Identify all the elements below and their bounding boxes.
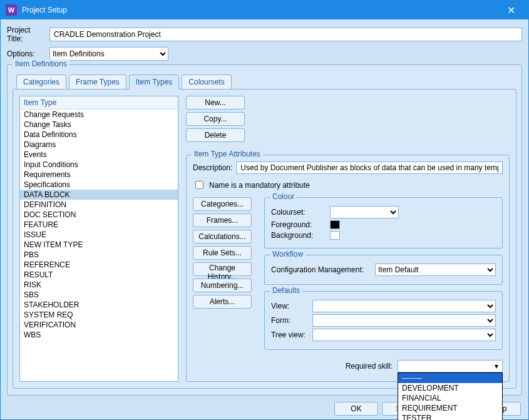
project-title-row: Project Title: [7, 26, 522, 43]
attribute-buttons-column: Categories... Frames... Calculations... … [193, 197, 252, 372]
config-mgmt-select[interactable]: Item Default [375, 264, 496, 276]
item-type-crud-buttons: New... Copy... Delete [186, 96, 245, 142]
attributes-legend: Item Type Attributes [192, 150, 263, 158]
frames-button[interactable]: Frames... [193, 213, 252, 227]
workflow-group: Workflow Configuration Management: Item … [264, 255, 503, 285]
dropdown-option[interactable]: FINANCIAL [398, 393, 502, 403]
delete-button[interactable]: Delete [186, 128, 245, 142]
list-item[interactable]: SBS [20, 290, 178, 300]
list-item[interactable]: Requirements [20, 170, 178, 180]
workflow-legend: Workflow [270, 250, 306, 259]
rule-sets-button[interactable]: Rule Sets... [193, 246, 252, 260]
list-item[interactable]: STAKEHOLDER [20, 300, 178, 310]
list-item[interactable]: Change Tasks [20, 120, 178, 130]
item-type-list[interactable]: Item Type Change RequestsChange TasksDat… [19, 96, 178, 382]
list-item[interactable]: SYSTEM REQ [20, 310, 178, 320]
required-skill-row: Required skill: ▾ --------DEVELOPMENTFIN… [264, 360, 503, 372]
list-item[interactable]: VERIFICATION [20, 320, 178, 330]
colour-legend: Colour [270, 192, 297, 201]
client-area: Project Title: Options: Item Definitions… [1, 19, 528, 419]
list-item[interactable]: WBS [20, 330, 178, 340]
numbering-button[interactable]: Numbering... [193, 279, 252, 292]
change-history-button[interactable]: Change History... [193, 262, 252, 276]
list-item[interactable]: Events [20, 150, 178, 160]
foreground-label: Foreground: [271, 220, 326, 229]
options-label: Options: [7, 49, 46, 58]
list-item[interactable]: RISK [20, 280, 178, 290]
app-icon: W [6, 4, 17, 16]
ok-button[interactable]: OK [334, 402, 378, 416]
default-view-select[interactable] [312, 300, 496, 312]
list-item[interactable]: Diagrams [20, 140, 178, 150]
defaults-legend: Defaults [270, 286, 302, 295]
colourset-select[interactable] [330, 206, 399, 218]
options-row: Options: Item Definitions [7, 47, 522, 61]
categories-button[interactable]: Categories... [193, 197, 252, 211]
default-view-label: View: [271, 302, 309, 310]
name-mandatory-row: Name is a mandatory attribute [193, 179, 503, 191]
list-item[interactable]: ISSUE [20, 230, 178, 240]
window-title: Project Setup [22, 6, 498, 14]
item-type-list-header: Item Type [20, 96, 178, 110]
dropdown-option[interactable]: REQUIREMENT [398, 403, 502, 413]
defaults-group: Defaults View: Form: [264, 291, 503, 350]
required-skill-dropdown[interactable]: --------DEVELOPMENTFINANCIALREQUIREMENTT… [398, 372, 503, 420]
list-item[interactable]: FEATURE [20, 220, 178, 230]
list-item[interactable]: RESULT [20, 270, 178, 280]
close-icon[interactable]: ✕ [498, 4, 523, 16]
required-skill-combo[interactable]: ▾ [398, 360, 503, 372]
calculations-button[interactable]: Calculations... [193, 230, 252, 243]
options-select[interactable]: Item Definitions [49, 47, 168, 61]
dropdown-option[interactable]: DEVELOPMENT [398, 383, 502, 393]
project-title-input[interactable] [49, 28, 522, 41]
required-skill-label: Required skill: [346, 362, 393, 371]
tab-categories[interactable]: Categories [16, 74, 66, 90]
list-item[interactable]: NEW ITEM TYPE [20, 240, 178, 250]
list-item[interactable]: PBS [20, 250, 178, 260]
default-form-select[interactable] [312, 314, 496, 327]
dropdown-option[interactable]: -------- [398, 373, 502, 383]
background-swatch[interactable] [330, 231, 340, 240]
tab-item-types[interactable]: Item Types [129, 74, 179, 90]
foreground-swatch[interactable] [330, 220, 340, 229]
new-button[interactable]: New... [186, 96, 245, 110]
list-item[interactable]: Change Requests [20, 110, 178, 120]
default-tree-label: Tree view: [271, 330, 309, 339]
list-item[interactable]: DOC SECTION [20, 210, 178, 220]
tab-frame-types[interactable]: Frame Types [69, 74, 126, 90]
colourset-label: Colourset: [271, 208, 326, 217]
background-label: Background: [271, 231, 326, 240]
item-definitions-legend: Item Definitions [13, 59, 69, 68]
list-item[interactable]: Data Definitions [20, 130, 178, 140]
description-label: Description: [193, 163, 232, 172]
list-item[interactable]: Specifications [20, 180, 178, 190]
default-form-label: Form: [271, 316, 309, 325]
item-definitions-group: Item Definitions Categories Frame Types … [7, 64, 522, 396]
tab-coloursets[interactable]: Coloursets [182, 74, 231, 90]
config-mgmt-label: Configuration Management: [271, 265, 371, 274]
colour-group: Colour Colourset: Foreground: [264, 197, 503, 248]
list-item[interactable]: DEFINITION [20, 200, 178, 210]
default-tree-select[interactable] [312, 329, 496, 341]
project-title-label: Project Title: [7, 26, 46, 43]
name-mandatory-checkbox[interactable] [195, 181, 203, 189]
dropdown-option[interactable]: TESTER [398, 413, 502, 420]
name-mandatory-label: Name is a mandatory attribute [209, 181, 310, 190]
list-item[interactable]: DATA BLOCK [20, 190, 178, 200]
item-type-attributes-group: Item Type Attributes Description: Name i… [186, 155, 510, 382]
tab-content: Item Type Change RequestsChange TasksDat… [13, 89, 516, 389]
list-item[interactable]: Input Conditions [20, 160, 178, 170]
project-setup-window: W Project Setup ✕ Project Title: Options… [0, 0, 529, 420]
copy-button[interactable]: Copy... [186, 112, 245, 126]
chevron-down-icon: ▾ [492, 362, 501, 371]
titlebar: W Project Setup ✕ [1, 1, 528, 19]
list-item[interactable]: REFERENCE [20, 260, 178, 270]
tabstrip: Categories Frame Types Item Types Colour… [16, 74, 516, 89]
description-row: Description: [193, 161, 503, 174]
description-input[interactable] [236, 161, 503, 174]
alerts-button[interactable]: Alerts... [193, 295, 252, 309]
